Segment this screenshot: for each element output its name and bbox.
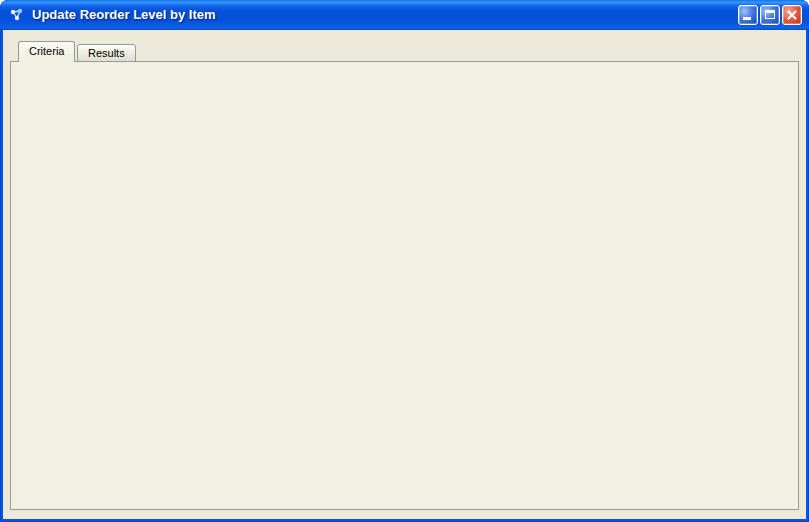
maximize-icon <box>765 10 775 19</box>
tab-results[interactable]: Results <box>77 44 136 62</box>
minimize-button[interactable] <box>738 5 758 25</box>
titlebar[interactable]: Update Reorder Level by Item <box>0 0 809 30</box>
close-button[interactable] <box>782 5 802 25</box>
window: Update Reorder Level by Item Results Cri… <box>0 0 809 522</box>
window-title: Update Reorder Level by Item <box>32 0 216 30</box>
minimize-icon <box>743 17 751 20</box>
tab-criteria[interactable]: Criteria <box>18 41 75 62</box>
app-icon[interactable] <box>9 7 25 23</box>
maximize-button[interactable] <box>760 5 780 25</box>
close-icon <box>783 6 801 24</box>
criteria-panel <box>10 61 799 510</box>
